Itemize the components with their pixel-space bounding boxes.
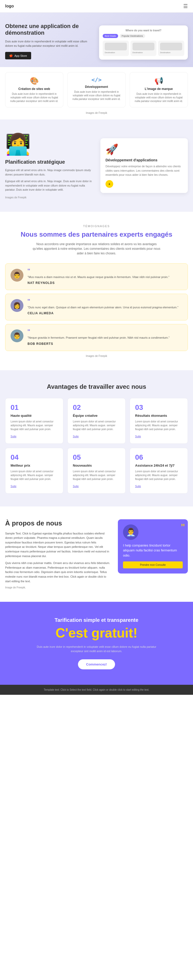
strategy-desc2: Egisque elit sit amet eros ulris in. Niq… <box>5 179 93 192</box>
pricing-title: Tarification simple et transparente <box>5 617 188 623</box>
phone-card-1: Destination <box>103 41 129 56</box>
advantage-title-2: Équipe créative <box>73 414 120 418</box>
about-title: À propos de nous <box>5 519 110 527</box>
testimonial-card-3: 👨 " "Neque gravida in fermentum. Praesen… <box>5 324 188 351</box>
advantage-btn-6[interactable]: Suite <box>135 485 141 488</box>
testimonial-name-3: BOB ROBERTS <box>27 342 169 345</box>
advantage-title-1: Haute qualité <box>11 414 58 418</box>
pricing-section: Tarification simple et transparente C'es… <box>0 602 193 685</box>
about-quote-text: I help companies tincidunt tortor aliqua… <box>123 543 183 558</box>
advantage-card-3: 03 Résultats étonnants Lorem ipsum dolor… <box>130 398 188 444</box>
advantage-title-3: Résultats étonnants <box>135 414 182 418</box>
about-section: À propos de nous Sample Text. Click to E… <box>0 506 193 602</box>
strategy-section: 👩‍💻 Planification stratégique Egisque el… <box>0 119 193 212</box>
hero-description: Duis aute irure dolor in reprehenderit i… <box>5 39 94 48</box>
advantage-number-4: 04 <box>11 453 58 461</box>
navbar: logo ☰ <box>0 0 193 13</box>
feature-card-web: 🎨 Création de sites web Duis aute irure … <box>5 72 63 107</box>
testimonials-title: Nous sommes des partenaires experts enga… <box>5 230 188 239</box>
quote-icon: " <box>181 522 185 533</box>
strategy-left: 👩‍💻 Planification stratégique Egisque el… <box>5 132 93 199</box>
contact-button[interactable]: Prendre mon Consulte <box>123 562 183 568</box>
phone-card-2: Destination <box>131 41 157 56</box>
footer: Template text: Click to Select the text … <box>0 685 193 695</box>
feature-dev-desc: Duis aute irure dolor in reprehenderit i… <box>72 90 121 101</box>
testimonials-subtitle: Nous accordons une grande importance aux… <box>32 242 161 256</box>
code-propre-section: 🎨 Création de sites web Duis aute irure … <box>0 67 193 119</box>
advantage-btn-4[interactable]: Suite <box>11 485 16 488</box>
advantage-card-5: 05 Nouveautés Lorem ipsum dolor sit amet… <box>67 448 126 493</box>
app-store-button[interactable]: 🍎 App Store <box>5 52 31 59</box>
advantage-number-1: 01 <box>11 403 58 412</box>
advantage-card-6: 06 Assistance 24h/24 et 7j/7 Lorem ipsum… <box>130 448 188 493</box>
advantage-btn-1[interactable]: Suite <box>11 435 16 438</box>
testimonial-card-1: 👨 " "Mus mauris a diam maximus nisi ut e… <box>5 263 188 290</box>
hero-text: Obtenez une application de démonstration… <box>5 23 94 67</box>
advantage-title-6: Assistance 24h/24 et 7j/7 <box>135 463 182 468</box>
feature-dev-title: Développement <box>72 85 121 89</box>
pricing-free-label: C'est gratuit! <box>5 625 188 641</box>
advantage-card-2: 02 Équipe créative Lorem ipsum dolor sit… <box>67 398 126 444</box>
advantage-number-5: 05 <box>73 453 120 461</box>
advantage-desc-6: Lorem ipsum dolor sit amet consectur adi… <box>135 469 182 481</box>
strategy-desc1: Egisque elit sit amet eros ulris in. Niq… <box>5 168 93 177</box>
advantage-number-3: 03 <box>135 403 182 412</box>
advantage-btn-3[interactable]: Suite <box>135 435 141 438</box>
hero-title: Obtenez une application de démonstration <box>5 23 94 36</box>
advantage-btn-5[interactable]: Suite <box>73 485 79 488</box>
dev-card-btn[interactable]: + <box>105 180 113 188</box>
footer-text: Template text: Click to Select the text … <box>5 688 188 692</box>
hamburger-icon[interactable]: ☰ <box>183 3 188 9</box>
about-right: 👨‍💼 " I help companies tincidunt tortor … <box>118 519 188 589</box>
testimonials-source: Images de Freepik <box>5 355 188 357</box>
about-source: Image de Freepik. <box>5 586 110 589</box>
advantage-title-4: Meilleur prix <box>11 463 58 468</box>
advantage-desc-2: Lorem ipsum dolor sit amet consectur adi… <box>73 420 120 431</box>
dev-card-icon: 🚀 <box>105 143 183 156</box>
advantage-desc-4: Lorem ipsum dolor sit amet consectur adi… <box>11 469 58 481</box>
advantage-card-1: 01 Haute qualité Lorem ipsum dolor sit a… <box>5 398 63 444</box>
testimonial-name-1: NAT REYNOLDS <box>27 281 169 285</box>
advantage-btn-2[interactable]: Suite <box>73 435 79 438</box>
feature-brand-title: L'image de marque <box>134 87 183 91</box>
avatar-2: 👩 <box>11 299 24 312</box>
advantages-section: Avantages de travailler avec nous 01 Hau… <box>0 370 193 506</box>
advantage-desc-1: Lorem ipsum dolor sit amet consectur adi… <box>11 420 58 431</box>
phone-tab-popular[interactable]: Popular Destinations <box>120 34 145 38</box>
testimonial-text-2: "Duis nunc eget diam. Quisque ut diam ve… <box>27 305 178 310</box>
feature-web-title: Création de sites web <box>10 87 59 91</box>
dev-card: 🚀 Développement d'applications Développe… <box>100 138 188 193</box>
features-source: Images de Freepik <box>5 111 188 115</box>
advantage-desc-5: Lorem ipsum dolor sit amet consectur adi… <box>73 469 120 481</box>
testimonial-card-2: 👩 " "Duis nunc eget diam. Quisque ut dia… <box>5 294 188 320</box>
testimonial-text-1: "Mus mauris a diam maximus nisi ut et. M… <box>27 275 169 279</box>
feature-card-brand: 📢 L'image de marque Duis aute irure dolo… <box>130 72 188 107</box>
pricing-description: Duis aute irure dolor in reprehenderit i… <box>32 645 161 653</box>
feature-brand-desc: Duis aute irure dolor in reprehenderit i… <box>134 92 183 103</box>
testimonial-text-3: "Neque gravida in fermentum. Praesent se… <box>27 336 169 340</box>
strategy-illustration: 👩‍💻 <box>5 132 93 156</box>
phone-card-3: Destination <box>158 41 184 56</box>
avatar-3: 👨 <box>11 329 24 342</box>
strategy-title: Planification stratégique <box>5 159 93 165</box>
strategy-right: 🚀 Développement d'applications Développe… <box>100 138 188 193</box>
avatar-1: 👨 <box>11 269 24 282</box>
about-para-1: Sample Text. Click to Egetasi egestas fr… <box>5 531 110 558</box>
advantages-title: Avantages de travailler avec nous <box>5 383 188 390</box>
testimonial-name-2: CELIA ALMEDA <box>27 312 178 315</box>
phone-tab-best-deals[interactable]: Best Deals <box>103 34 118 38</box>
pricing-cta-button[interactable]: Commencez! <box>78 659 115 669</box>
hero-phone: Where do you want to travel? Best Deals … <box>99 23 188 60</box>
about-para-2: Quis viverra nibh cras pulvinar mattis. … <box>5 561 110 584</box>
advantage-title-5: Nouveautés <box>73 463 120 468</box>
about-avatar: 👨‍💼 <box>123 525 139 540</box>
apple-icon: 🍎 <box>9 54 13 57</box>
advantage-number-6: 06 <box>135 453 182 461</box>
dev-card-desc: Développez votre entreprise de façon à a… <box>105 164 183 177</box>
feature-card-dev: </> Développement Duis aute irure dolor … <box>67 72 126 107</box>
advantage-number-2: 02 <box>73 403 120 412</box>
phone-header: Where do you want to travel? <box>103 29 184 32</box>
testimonials-label: TÉMOIGNAGES <box>5 224 188 228</box>
feature-web-desc: Duis aute irure dolor in reprehenderit i… <box>10 92 59 103</box>
testimonials-section: TÉMOIGNAGES Nous sommes des partenaires … <box>0 212 193 370</box>
